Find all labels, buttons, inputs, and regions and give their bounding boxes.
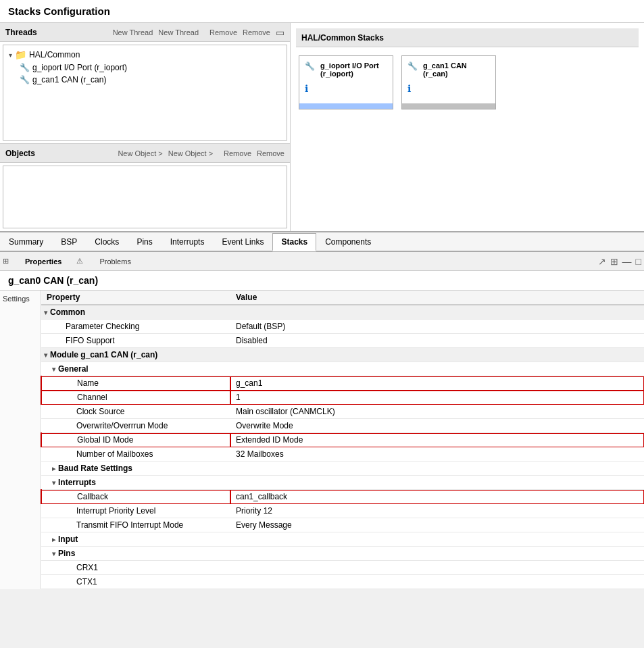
minimize-icon[interactable]: —	[622, 256, 632, 267]
tab-components[interactable]: Components	[316, 233, 380, 251]
sub-tab-icons: ↗ ⊞ — □	[598, 256, 641, 267]
tree-child-ioport-label: g_ioport I/O Port (r_ioport)	[32, 63, 127, 72]
tree-toggle-icon	[9, 51, 12, 59]
new-thread-button[interactable]: New Thread	[113, 28, 153, 36]
objects-panel: Objects New Object > New Object > Remove…	[0, 143, 290, 231]
table-section-header: Module g_can1 CAN (r_can)	[41, 348, 644, 362]
tree-child-can1[interactable]: 🔧 g_can1 CAN (r_can)	[6, 74, 284, 86]
table-row[interactable]: Clock SourceMain oscillator (CANMCLK)	[41, 405, 644, 419]
remove-object-label[interactable]: Remove	[257, 149, 284, 157]
stack-card-ioport[interactable]: 🔧 g_ioport I/O Port (r_ioport) ℹ	[299, 55, 393, 109]
table-row[interactable]: Global ID ModeExtended ID Mode	[41, 433, 644, 447]
can1-card-icon: 🔧	[407, 61, 418, 71]
can1-card-info: ℹ	[407, 83, 490, 94]
hal-stacks-panel-header: HAL/Common Stacks	[296, 28, 639, 47]
table-row[interactable]: Transmit FIFO Interrupt ModeEvery Messag…	[41, 518, 644, 532]
remove-thread-button[interactable]: Remove	[209, 28, 237, 36]
remove-object-button[interactable]: Remove	[224, 149, 251, 157]
ioport-card-info: ℹ	[305, 83, 387, 94]
threads-tree: 📁 HAL/Common 🔧 g_ioport I/O Port (r_iopo…	[3, 45, 287, 141]
properties-area: Settings Property Value CommonParameter …	[0, 291, 644, 589]
tree-root-label: HAL/Common	[29, 50, 80, 59]
new-thread-label[interactable]: New Thread	[158, 28, 199, 36]
tree-root-item[interactable]: 📁 HAL/Common	[6, 48, 284, 61]
problems-icon: ⚠	[76, 257, 83, 266]
stack-card-can1-body: 🔧 g_can1 CAN (r_can) ℹ	[402, 56, 495, 103]
stack-card-can1[interactable]: 🔧 g_can1 CAN (r_can) ℹ	[401, 55, 496, 109]
ioport-card-footer	[299, 103, 393, 109]
tab-pins[interactable]: Pins	[128, 233, 161, 251]
tree-child-ioport[interactable]: 🔧 g_ioport I/O Port (r_ioport)	[6, 61, 284, 74]
table-row[interactable]: CTX1	[41, 575, 644, 589]
table-row[interactable]: FIFO SupportDisabled	[41, 334, 644, 348]
table-section-header: Common	[41, 305, 644, 320]
maximize-icon[interactable]: □	[636, 256, 641, 267]
hal-stacks-panel: HAL/Common Stacks 🔧 g_ioport I/O Port (r…	[291, 23, 644, 231]
sub-tab-problems[interactable]: Problems	[95, 256, 134, 267]
ioport-card-icon: 🔧	[305, 61, 315, 71]
col-property: Property	[41, 291, 230, 305]
hal-common-folder-icon: 📁	[15, 49, 26, 60]
table-row[interactable]: CRX1	[41, 561, 644, 575]
ioport-icon: 🔧	[20, 63, 30, 72]
component-title: g_can0 CAN (r_can)	[0, 271, 644, 291]
new-object-label[interactable]: New Object >	[168, 149, 213, 157]
stack-card-ioport-body: 🔧 g_ioport I/O Port (r_ioport) ℹ	[299, 56, 393, 103]
table-subsection-header: General	[41, 362, 644, 376]
table-subsection-header: Input	[41, 532, 644, 547]
tab-event-links[interactable]: Event Links	[213, 233, 272, 251]
table-subsection-header: Baud Rate Settings	[41, 462, 644, 476]
can1-icon: 🔧	[20, 75, 30, 84]
tab-summary[interactable]: Summary	[0, 233, 52, 251]
table-row[interactable]: Number of Mailboxes32 Mailboxes	[41, 447, 644, 462]
ioport-card-title: g_ioport I/O Port (r_ioport)	[320, 61, 387, 78]
settings-sidebar: Settings	[0, 291, 41, 589]
page-title: Stacks Configuration	[0, 0, 644, 23]
sub-tabs-bar: ⊞ Properties ⚠ Problems ↗ ⊞ — □	[0, 252, 644, 271]
table-row[interactable]: Channel1	[41, 391, 644, 405]
grid-icon[interactable]: ⊞	[610, 256, 618, 267]
stacks-grid: 🔧 g_ioport I/O Port (r_ioport) ℹ 🔧 g_can…	[296, 53, 639, 112]
table-subsection-header: Interrupts	[41, 476, 644, 490]
remove-thread-label[interactable]: Remove	[243, 28, 270, 36]
export-icon[interactable]: ↗	[598, 256, 606, 267]
can1-card-title: g_can1 CAN (r_can)	[423, 61, 490, 78]
collapse-threads-button[interactable]: ▭	[276, 27, 284, 38]
properties-table: Property Value CommonParameter CheckingD…	[41, 291, 644, 589]
tab-interrupts[interactable]: Interrupts	[162, 233, 214, 251]
sub-tab-properties[interactable]: Properties	[21, 256, 66, 267]
threads-panel-actions: New Thread New Thread Remove Remove ▭	[113, 27, 284, 38]
table-row[interactable]: Nameg_can1	[41, 376, 644, 391]
objects-panel-title: Objects	[5, 149, 35, 158]
can1-card-footer	[402, 103, 495, 109]
objects-panel-actions: New Object > New Object > Remove Remove	[118, 149, 284, 157]
table-row[interactable]: Parameter CheckingDefault (BSP)	[41, 320, 644, 334]
table-row[interactable]: Callbackcan1_callback	[41, 490, 644, 504]
table-row[interactable]: Overwrite/Overrrun ModeOverwrite Mode	[41, 419, 644, 433]
tab-clocks[interactable]: Clocks	[86, 233, 128, 251]
table-row[interactable]: Interrupt Priority LevelPriority 12	[41, 504, 644, 518]
settings-label: Settings	[3, 295, 30, 303]
table-header-row: Property Value	[41, 291, 644, 305]
new-object-button[interactable]: New Object >	[118, 149, 162, 157]
tree-child-can1-label: g_can1 CAN (r_can)	[32, 75, 106, 84]
tabs-bar: Summary BSP Clocks Pins Interrupts Event…	[0, 232, 644, 252]
threads-panel-title: Threads	[5, 28, 37, 37]
properties-icon: ⊞	[3, 257, 9, 266]
threads-panel-header: Threads New Thread New Thread Remove Rem…	[0, 23, 290, 42]
objects-panel-header: Objects New Object > New Object > Remove…	[0, 144, 290, 163]
table-subsection-header: Pins	[41, 547, 644, 561]
objects-tree	[3, 166, 287, 228]
tab-stacks[interactable]: Stacks	[272, 233, 316, 251]
col-value: Value	[230, 291, 644, 305]
tab-bsp[interactable]: BSP	[52, 233, 86, 251]
hal-stacks-panel-title: HAL/Common Stacks	[301, 33, 384, 43]
